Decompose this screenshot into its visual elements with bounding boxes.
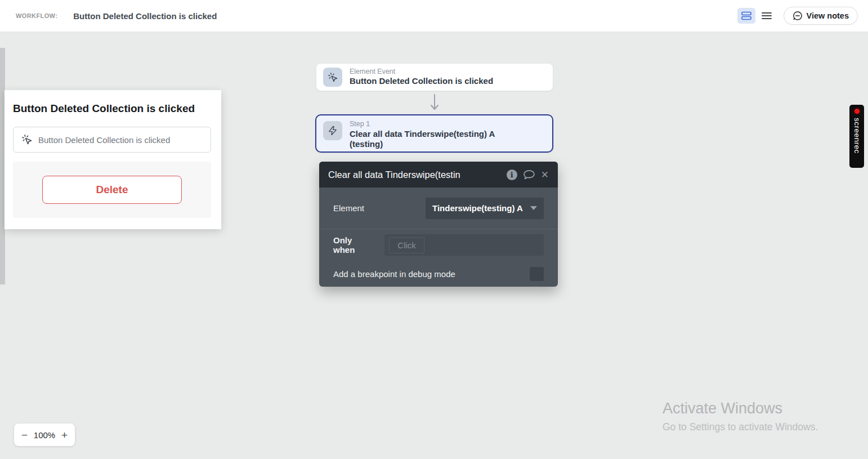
list-view-toggle-button[interactable] <box>758 8 776 24</box>
action-zap-icon <box>323 121 342 140</box>
chevron-down-icon <box>530 206 537 210</box>
event-card-text: Element Event Button Deleted Collection … <box>350 68 493 87</box>
record-dot-icon <box>853 108 861 115</box>
workflow-topbar: WORKFLOW: Button Deleted Collection is c… <box>0 0 868 32</box>
workflow-step-card[interactable]: Step 1 Clear all data Tinderswipe(testin… <box>315 114 553 153</box>
breakpoint-checkbox[interactable] <box>530 267 544 281</box>
only-when-row: Only when Click <box>319 229 558 261</box>
zoom-out-button[interactable]: − <box>21 430 28 440</box>
notes-bubble-icon <box>793 11 803 21</box>
popup-header[interactable]: Clear all data Tinderswipe(testin i ✕ <box>319 162 558 188</box>
zoom-level: 100% <box>34 430 55 440</box>
breakpoint-label: Add a breakpoint in debug mode <box>333 269 455 279</box>
mouse-pointer-click-icon <box>21 134 33 145</box>
card-view-toggle-button[interactable] <box>737 8 755 24</box>
element-dropdown[interactable]: Tinderswipe(testing) A <box>426 198 544 219</box>
element-label: Element <box>333 203 364 213</box>
screenrec-label: screenrec <box>853 118 861 154</box>
delete-button[interactable]: Delete <box>42 176 182 204</box>
action-settings-popup: Clear all data Tinderswipe(testin i ✕ El… <box>319 162 558 287</box>
activate-windows-watermark: Activate Windows Go to Settings to activ… <box>663 400 818 433</box>
info-icon[interactable]: i <box>507 170 517 180</box>
list-view-icon <box>762 12 772 20</box>
step-card-step-label: Step 1 <box>350 120 518 129</box>
comment-bubble-icon[interactable] <box>523 170 535 180</box>
activate-windows-subtitle: Go to Settings to activate Windows. <box>663 421 818 433</box>
delete-section: Delete <box>13 162 211 218</box>
workflow-label: WORKFLOW: <box>16 12 57 19</box>
view-notes-label: View notes <box>807 11 849 20</box>
element-dropdown-value: Tinderswipe(testing) A <box>432 203 530 213</box>
view-notes-button[interactable]: View notes <box>784 7 858 25</box>
only-when-placeholder: Click <box>389 237 424 253</box>
event-panel-title: Button Deleted Collection is clicked <box>13 103 213 115</box>
screenrec-widget[interactable]: screenrec <box>849 105 864 168</box>
flow-down-arrow <box>429 93 440 112</box>
view-mode-toggle <box>737 8 776 24</box>
activate-windows-title: Activate Windows <box>663 400 818 417</box>
only-when-label: Only when <box>333 235 374 255</box>
breakpoint-row: Add a breakpoint in debug mode <box>319 261 558 287</box>
element-event-icon <box>323 68 342 87</box>
event-trigger-row[interactable]: Button Deleted Collection is clicked <box>13 127 211 153</box>
workflow-event-card[interactable]: Element Event Button Deleted Collection … <box>316 64 553 91</box>
event-card-title: Button Deleted Collection is clicked <box>350 76 493 87</box>
zoom-in-button[interactable]: + <box>61 430 68 440</box>
only-when-input[interactable]: Click <box>384 234 544 256</box>
canvas-zoom-control: − 100% + <box>14 424 75 446</box>
workflow-title: Button Deleted Collection is clicked <box>73 11 217 21</box>
step-card-title: Clear all data Tinderswipe(testing) A (t… <box>350 129 518 150</box>
element-row: Element Tinderswipe(testing) A <box>319 188 558 229</box>
close-icon[interactable]: ✕ <box>541 170 549 180</box>
topbar-controls: View notes <box>737 7 858 25</box>
event-properties-panel: Button Deleted Collection is clicked But… <box>5 90 221 229</box>
popup-header-icons: i ✕ <box>507 170 549 180</box>
event-trigger-label: Button Deleted Collection is clicked <box>38 135 170 145</box>
step-card-text: Step 1 Clear all data Tinderswipe(testin… <box>350 120 518 150</box>
popup-title: Clear all data Tinderswipe(testin <box>328 170 501 180</box>
card-view-icon <box>741 11 751 20</box>
event-card-type-label: Element Event <box>350 68 493 77</box>
